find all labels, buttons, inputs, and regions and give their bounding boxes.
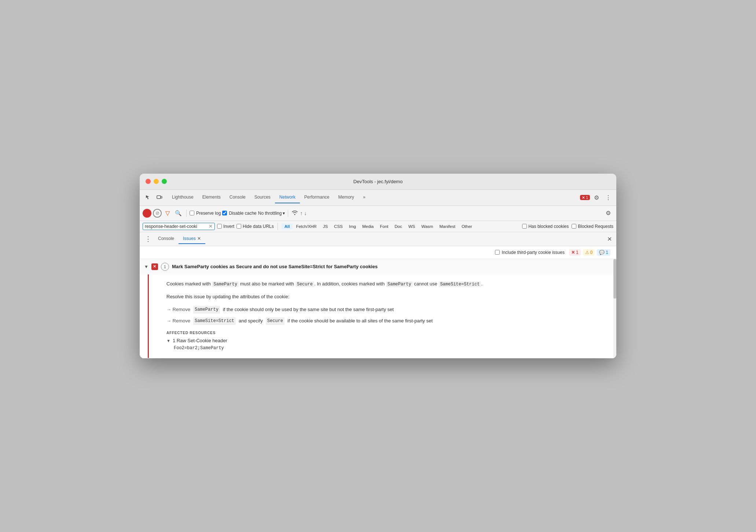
settings-icon[interactable]: ⚙ [591, 192, 602, 203]
tab-elements[interactable]: Elements [198, 192, 225, 203]
error-x-icon: ✕ [582, 196, 585, 200]
blocked-requests-label[interactable]: Blocked Requests [572, 224, 613, 229]
filter-font[interactable]: Font [377, 223, 391, 229]
tab-memory[interactable]: Memory [334, 192, 359, 203]
bullet-suffix-1: if the cookie should only be used by the… [223, 306, 394, 314]
toolbar-settings-icon[interactable]: ⚙ [603, 208, 613, 218]
inspect-icon[interactable] [143, 192, 153, 203]
invert-label[interactable]: Invert [217, 224, 234, 229]
desc-code2: Secure [296, 281, 314, 287]
include-third-party-label[interactable]: Include third-party cookie issues [495, 250, 565, 255]
search-icon[interactable]: 🔍 [173, 209, 183, 217]
title-bar: DevTools - jec.fyi/demo [140, 174, 616, 190]
hide-data-urls-checkbox[interactable] [236, 224, 241, 229]
upload-icon[interactable]: ↑ [300, 210, 302, 216]
filter-other[interactable]: Other [459, 223, 475, 229]
tab-network[interactable]: Network [275, 192, 300, 203]
filter-fetch-xhr[interactable]: Fetch/XHR [293, 223, 319, 229]
filter-wasm[interactable]: Wasm [418, 223, 436, 229]
clear-filter-icon[interactable]: ✕ [209, 224, 213, 229]
info-icon: 💬 [599, 250, 605, 255]
has-blocked-cookies-label[interactable]: Has blocked cookies [522, 224, 569, 229]
hide-data-urls-text: Hide data URLs [243, 224, 274, 229]
disable-cache-label[interactable]: Disable cache [222, 211, 256, 216]
search-input[interactable] [145, 224, 207, 229]
error-badge[interactable]: ✕ 1 [580, 195, 590, 200]
panel-tab-issues[interactable]: Issues ✕ [179, 234, 205, 244]
panel-menu-icon[interactable]: ⋮ [143, 236, 154, 242]
has-blocked-cookies-text: Has blocked cookies [528, 224, 569, 229]
filter-css[interactable]: CSS [331, 223, 346, 229]
warning-icon: ⚠ [585, 250, 589, 255]
issue-expand-icon[interactable]: ▼ [144, 264, 148, 269]
include-third-party-checkbox[interactable] [495, 250, 500, 255]
has-blocked-cookies-checkbox[interactable] [522, 224, 527, 229]
scrollbar-thumb[interactable] [613, 259, 616, 299]
resource-expand-icon[interactable]: ▼ [166, 339, 170, 343]
issue-title: Mark SameParty cookies as Secure and do … [172, 264, 378, 269]
tab-lighthouse[interactable]: Lighthouse [168, 192, 198, 203]
filter-row: ✕ Invert Hide data URLs All Fetch/XHR JS… [140, 221, 616, 232]
resource-item[interactable]: ▼ 1 Raw Set-Cookie header [166, 338, 608, 343]
throttling-text: No throttling [258, 211, 282, 216]
filter-checkboxes: Has blocked cookies Blocked Requests [522, 224, 613, 229]
tab-sources[interactable]: Sources [250, 192, 275, 203]
download-icon[interactable]: ↓ [304, 210, 307, 216]
stop-button[interactable]: ⊘ [153, 209, 162, 218]
issue-list: ▼ ✕ 1 Mark SameParty cookies as Secure a… [140, 259, 616, 358]
error-x-icon: ✕ [571, 250, 575, 255]
blocked-requests-checkbox[interactable] [572, 224, 576, 229]
filter-img[interactable]: Img [346, 223, 359, 229]
separator-filter [278, 223, 278, 230]
desc-prefix: Cookies marked with [166, 281, 212, 287]
record-button[interactable] [143, 209, 151, 218]
blocked-requests-text: Blocked Requests [578, 224, 613, 229]
tab-console[interactable]: Console [225, 192, 250, 203]
filter-ws[interactable]: WS [405, 223, 418, 229]
panel-close-button[interactable]: ✕ [606, 234, 613, 244]
filter-icon[interactable]: ▽ [163, 209, 172, 217]
close-button[interactable] [146, 179, 151, 184]
tab-more[interactable]: » [359, 192, 370, 203]
warning-count-badge[interactable]: ⚠ 0 [583, 249, 595, 256]
minimize-button[interactable] [154, 179, 159, 184]
issue-count-circle: 1 [161, 263, 169, 271]
separator-1 [186, 210, 187, 217]
issues-close-icon[interactable]: ✕ [197, 236, 201, 241]
hide-data-urls-label[interactable]: Hide data URLs [236, 224, 274, 229]
issue-header[interactable]: ▼ ✕ 1 Mark SameParty cookies as Secure a… [140, 259, 616, 274]
search-input-wrapper: ✕ [143, 223, 215, 230]
filter-type-buttons: All Fetch/XHR JS CSS Img Media Font Doc … [282, 223, 475, 229]
maximize-button[interactable] [162, 179, 167, 184]
separator-2 [288, 210, 288, 217]
panel-tab-console[interactable]: Console [154, 234, 179, 244]
info-count-badge[interactable]: 💬 1 [597, 249, 610, 256]
issue-bullet-1: → Remove SameParty if the cookie should … [166, 306, 608, 314]
invert-checkbox[interactable] [217, 224, 222, 229]
throttling-select[interactable]: No throttling ▾ [258, 211, 285, 216]
wifi-icon[interactable] [291, 210, 298, 217]
desc-suffix: . [481, 281, 482, 287]
filter-doc[interactable]: Doc [392, 223, 405, 229]
bullet-mid-2: and specify [239, 317, 263, 325]
tab-right-actions: ✕ 1 ⚙ ⋮ [580, 192, 613, 203]
disable-cache-checkbox[interactable] [222, 211, 227, 215]
device-toggle-icon[interactable] [154, 192, 165, 203]
tab-performance[interactable]: Performance [300, 192, 334, 203]
error-count-badge[interactable]: ✕ 1 [569, 249, 581, 256]
filter-js[interactable]: JS [320, 223, 331, 229]
issues-tab-label: Issues [183, 236, 196, 241]
preserve-log-checkbox[interactable] [190, 211, 194, 215]
filter-manifest[interactable]: Manifest [436, 223, 458, 229]
bullet-suffix-2: if the cookie should be available to all… [287, 317, 433, 325]
bullet-code-2a: SameSite=Strict [193, 317, 236, 325]
filter-media[interactable]: Media [359, 223, 377, 229]
svg-rect-0 [157, 196, 161, 199]
more-icon[interactable]: ⋮ [603, 192, 613, 203]
preserve-log-label[interactable]: Preserve log [190, 211, 221, 216]
issues-toolbar: Include third-party cookie issues ✕ 1 ⚠ … [140, 246, 616, 259]
issue-description: Cookies marked with SameParty must also … [166, 280, 608, 288]
scrollbar-track[interactable] [613, 259, 616, 358]
issue-bullet-2: → Remove SameSite=Strict and specify Sec… [166, 317, 608, 325]
filter-all[interactable]: All [282, 223, 293, 229]
